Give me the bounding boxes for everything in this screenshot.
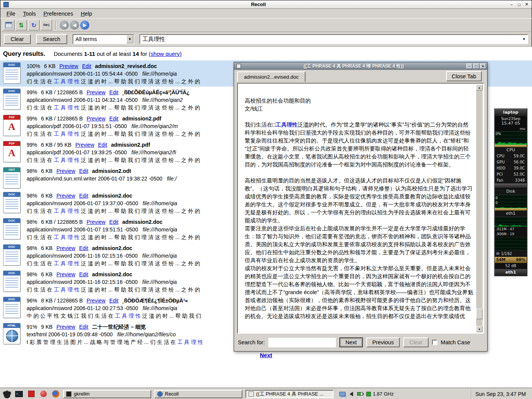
edit-link[interactable]: Edit bbox=[109, 297, 119, 304]
history-dropdown-icon[interactable]: ▼ bbox=[521, 35, 527, 43]
taskbar-task-recoll[interactable]: Recoll bbox=[154, 390, 242, 398]
preview-minimize-icon[interactable]: − bbox=[466, 63, 472, 69]
cpu-frequency: 1.87 GHz bbox=[366, 391, 394, 397]
maximize-icon[interactable]: □ bbox=[516, 2, 522, 8]
scroll-down-icon[interactable]: ▼ bbox=[476, 326, 483, 332]
preview-maximize-icon[interactable]: □ bbox=[473, 63, 479, 69]
taskbar-task-preview[interactable]: ((工 PHRASE 4 具 PHRASE ... bbox=[245, 390, 334, 398]
tray-speaker-icon[interactable] bbox=[348, 391, 355, 397]
preview-close-icon[interactable]: ✕ bbox=[480, 63, 486, 69]
menu-tools[interactable]: Tools bbox=[19, 10, 39, 17]
gk-volume: 52 dB bbox=[495, 263, 527, 269]
launcher-media-icon[interactable] bbox=[39, 390, 48, 399]
show-query-link[interactable]: (show query) bbox=[149, 51, 182, 57]
menu-file[interactable]: File bbox=[3, 10, 19, 17]
search-input[interactable] bbox=[140, 35, 521, 43]
edit-link[interactable]: Edit bbox=[109, 115, 119, 122]
preview-link[interactable]: Preview bbox=[56, 244, 75, 252]
gk-cpu-percent: 0% bbox=[496, 132, 501, 136]
gk-temp-row: GPU56.0C bbox=[495, 159, 527, 165]
preview-link[interactable]: Preview bbox=[56, 323, 75, 331]
preview-titlebar[interactable]: ((工 PHRASE 4 具 PHRASE 4 理 PHRASE 4 性)) −… bbox=[234, 62, 487, 70]
preview-link[interactable]: Preview bbox=[87, 89, 106, 96]
match-case-checkbox[interactable] bbox=[432, 340, 437, 345]
document-lines bbox=[5, 225, 18, 237]
edit-link[interactable]: Edit bbox=[79, 244, 88, 252]
mime-type: application/msword bbox=[27, 226, 72, 233]
find-clear-button[interactable]: Clear bbox=[403, 337, 429, 347]
menu-help[interactable]: Help bbox=[77, 10, 95, 17]
menu-preferences[interactable]: Preferences bbox=[40, 10, 76, 17]
edit-link[interactable]: Edit bbox=[79, 192, 88, 200]
gk-clock-panel[interactable]: Sun23Sep 15:47 05 bbox=[495, 116, 527, 127]
edit-link[interactable]: Edit bbox=[98, 141, 107, 149]
tray-display-icon[interactable] bbox=[339, 391, 346, 397]
preview-tab[interactable]: admission2...evised.doc bbox=[237, 71, 306, 82]
gk-mem-row[interactable]: 54M 98% bbox=[495, 257, 527, 263]
preview-link[interactable]: Preview bbox=[87, 218, 106, 226]
preview-scrollbar[interactable]: ▲ ▼ bbox=[476, 84, 483, 332]
scroll-up-icon[interactable]: ▲ bbox=[476, 84, 483, 90]
first-page-button[interactable] bbox=[3, 20, 14, 30]
preview-link[interactable]: Preview bbox=[56, 192, 75, 200]
preview-link[interactable]: Preview bbox=[59, 62, 78, 70]
gk-mail-row[interactable]: ✉ 1/192 bbox=[495, 250, 527, 257]
find-next-button[interactable]: Next bbox=[339, 337, 363, 347]
preview-link[interactable]: Preview bbox=[56, 167, 75, 175]
file-date: 2006-01-11 05:54:44 -0500 bbox=[74, 71, 138, 77]
preview-text[interactable]: 高校招生的社会功能和目的文/钱江 我们生活在□工具理性泛滥的时代。作为“世之显学… bbox=[239, 84, 476, 332]
query-results-title: Query results. bbox=[3, 50, 45, 57]
sort-button[interactable]: ⇅ bbox=[16, 20, 27, 30]
edit-link[interactable]: Edit bbox=[79, 271, 88, 278]
launcher-package-icon[interactable] bbox=[27, 390, 36, 399]
gk-net-chart[interactable] bbox=[495, 217, 527, 226]
file-url: file:///home/qia bbox=[142, 200, 177, 206]
close-icon[interactable]: ✕ bbox=[523, 2, 530, 8]
file-size: 9 KB bbox=[41, 323, 52, 331]
update-index-button[interactable]: ↻ bbox=[28, 20, 40, 30]
preview-paragraph: 我们生活在□工具理性泛滥的时代。作为“世之显学”的诸种以“事实”与“价值”的二分… bbox=[245, 121, 473, 169]
term-explorer-button[interactable]: ÂBÇ bbox=[41, 20, 52, 30]
pdf-tag: PDF bbox=[3, 115, 20, 120]
gk-cpu-chart[interactable]: 0% bbox=[495, 131, 527, 145]
edit-link[interactable]: Edit bbox=[109, 89, 119, 96]
documents-total: 14 bbox=[133, 51, 139, 57]
file-date: 2006-01-07 19:38:22 -0500 bbox=[98, 176, 163, 182]
nav-first-icon[interactable]: ◀ bbox=[60, 21, 69, 30]
next-page-link[interactable]: Next bbox=[260, 352, 272, 358]
taskbar-task-gkrellm[interactable]: gkrellm bbox=[63, 390, 151, 398]
nav-back-icon[interactable]: ◀ bbox=[70, 21, 79, 30]
tray-battery-icon[interactable] bbox=[356, 391, 363, 397]
recoll-titlebar[interactable]: Recoll − □ ✕ bbox=[0, 0, 532, 9]
launcher-firefox-icon[interactable] bbox=[51, 390, 60, 399]
minimize-icon[interactable]: − bbox=[508, 2, 515, 8]
edit-link[interactable]: Edit bbox=[82, 62, 91, 70]
toolbar: ⇅ ↻ ÂBÇ ◀ ◀ ▶ bbox=[0, 18, 532, 32]
nav-forward-icon[interactable]: ▶ bbox=[80, 21, 89, 30]
snippet-text: 泛 滥 的 时 ... 帮 助 我 们 理 清 这 些 纷 ... 之 外 的 bbox=[79, 131, 200, 137]
chevron-down-icon[interactable]: ▼ bbox=[127, 35, 133, 43]
launcher-terminal-icon[interactable]: >_ bbox=[14, 390, 24, 399]
preview-link[interactable]: Preview bbox=[75, 141, 94, 149]
edit-link[interactable]: Edit bbox=[79, 323, 88, 331]
find-input[interactable] bbox=[268, 338, 336, 347]
gk-disk-chart[interactable]: 0 0 bbox=[495, 195, 527, 208]
edit-link[interactable]: Edit bbox=[109, 218, 119, 226]
gkrellm-window[interactable]: laptop Sun23Sep 15:47 05 mo 0% CPU CPU59… bbox=[494, 108, 527, 276]
preview-text-frame: 高校招生的社会功能和目的文/钱江 我们生活在□工具理性泛滥的时代。作为“世之显学… bbox=[237, 83, 484, 334]
search-button[interactable]: Search bbox=[36, 34, 67, 44]
preview-link[interactable]: Preview bbox=[56, 271, 75, 278]
edit-link[interactable]: Edit bbox=[79, 167, 88, 175]
preview-window[interactable]: ((工 PHRASE 4 具 PHRASE 4 理 PHRASE 4 性)) −… bbox=[234, 62, 488, 352]
find-previous-button[interactable]: Previous bbox=[366, 337, 400, 347]
launcher-footprint-icon[interactable] bbox=[2, 390, 11, 399]
search-mode-select[interactable]: All terms ▼ bbox=[73, 34, 134, 44]
preview-link[interactable]: Preview bbox=[87, 297, 106, 304]
close-tab-button[interactable]: Close Tab bbox=[446, 71, 482, 81]
preview-link[interactable]: Preview bbox=[87, 115, 106, 122]
clear-button[interactable]: Clear bbox=[4, 34, 31, 44]
scrollbar-thumb[interactable] bbox=[476, 309, 483, 319]
gk-uptime-label: mo bbox=[495, 127, 527, 131]
file-date: 2006-11-16 02:15:16 -0500 bbox=[74, 279, 138, 285]
gk-date: Sun23Sep bbox=[495, 117, 527, 121]
